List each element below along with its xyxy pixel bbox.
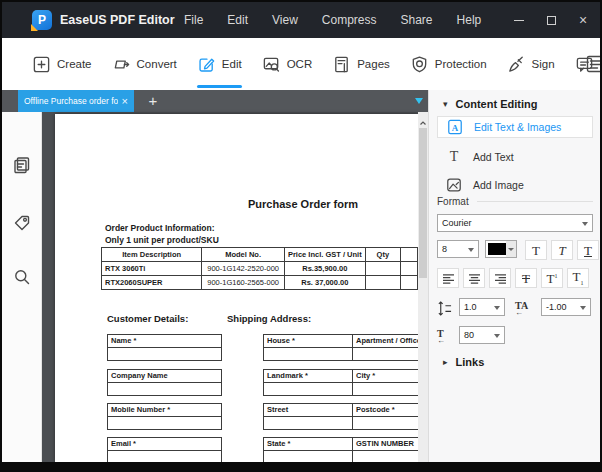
menu-edit[interactable]: Edit	[227, 13, 248, 27]
app-window: P EaseUS PDF Editor File Edit View Compr…	[0, 0, 602, 472]
create-button[interactable]: Create	[32, 38, 92, 90]
pages-button[interactable]: Pages	[332, 38, 390, 90]
edit-text-images-button[interactable]: A Edit Text & Images	[437, 116, 593, 138]
search-icon	[13, 268, 31, 286]
field-apartment-input[interactable]	[353, 348, 418, 360]
links-title: Links	[456, 356, 485, 368]
field-company: Company Name	[107, 369, 222, 396]
align-center-button[interactable]	[463, 268, 485, 288]
strikethrough-button[interactable]: T	[515, 268, 537, 288]
subscript-button[interactable]: T1	[567, 268, 589, 288]
minimize-button[interactable]	[510, 11, 528, 29]
document-intro: Order Product Information: Only 1 unit p…	[105, 222, 219, 246]
spacing-row: 1.0 TA← -1.00	[429, 298, 601, 318]
field-landmark-input[interactable]	[264, 383, 352, 395]
chevron-down-icon	[494, 306, 500, 310]
close-button[interactable]: ×	[574, 11, 592, 29]
pdf-page[interactable]: Purchase Order form Order Product Inform…	[55, 114, 418, 462]
tag-icon	[13, 214, 31, 232]
pages-icon	[332, 55, 351, 74]
cell-extra-1	[401, 276, 418, 290]
cell-item-0: RTX 3060Ti	[102, 262, 202, 276]
field-state-input[interactable]	[264, 451, 352, 462]
table-header-row: Item Description Model No. Price Incl. G…	[102, 248, 418, 262]
add-image-button[interactable]: Add Image	[437, 174, 593, 196]
horizontal-scale-select[interactable]: 80	[459, 326, 505, 344]
field-landmark-label: Landmark *	[264, 370, 352, 383]
document-tab-bar: Offline Purchase order for... × +	[2, 90, 428, 112]
align-left-button[interactable]	[437, 268, 459, 288]
align-right-button[interactable]	[489, 268, 511, 288]
char-spacing-select[interactable]: -1.00	[541, 298, 591, 316]
menu-share[interactable]: Share	[401, 13, 433, 27]
document-viewer: Purchase Order form Order Product Inform…	[2, 112, 428, 462]
field-postcode-input[interactable]	[353, 417, 418, 429]
field-email-input[interactable]	[108, 451, 221, 462]
field-gstin-label: GSTIN NUMBER	[353, 438, 418, 451]
ocr-icon	[262, 55, 281, 74]
content-editing-header[interactable]: ▾ Content Editing	[443, 98, 537, 110]
field-apartment-label: Apartment / Office	[353, 335, 418, 348]
font-family-value: Courier	[442, 218, 472, 228]
content-editing-title: Content Editing	[456, 98, 538, 110]
tab-list-dropdown-icon[interactable]	[415, 98, 423, 104]
line-spacing-value: 1.0	[464, 302, 477, 312]
cell-extra-0	[401, 262, 418, 276]
plus-square-icon	[32, 55, 51, 74]
field-house-input[interactable]	[264, 348, 352, 360]
menu-compress[interactable]: Compress	[322, 13, 377, 27]
document-scrollbar[interactable]	[418, 112, 428, 462]
search-panel-button[interactable]	[13, 268, 31, 286]
bookmarks-panel-button[interactable]	[13, 214, 31, 232]
app-title: EaseUS PDF Editor	[60, 13, 175, 27]
svg-text:A: A	[452, 123, 459, 133]
bold-button[interactable]: T	[525, 240, 547, 260]
field-name-input[interactable]	[108, 348, 221, 360]
maximize-button[interactable]	[542, 11, 560, 29]
menu-view[interactable]: View	[272, 13, 298, 27]
superscript-button[interactable]: T1	[541, 268, 563, 288]
app-logo-icon: P	[32, 10, 52, 30]
edit-tool-button[interactable]: Edit	[197, 38, 242, 90]
chevron-right-icon: ▸	[443, 357, 448, 367]
field-gstin-input[interactable]	[353, 451, 418, 462]
chevron-down-icon	[580, 306, 586, 310]
underline-button[interactable]: T	[577, 240, 599, 260]
main-toolbar: Create Convert Edit OCR Pages Protection	[2, 38, 600, 90]
field-mobile-input[interactable]	[108, 417, 221, 429]
field-mobile: Mobile Number *	[107, 403, 222, 430]
col-extra	[401, 248, 418, 262]
edit-text-images-icon: A	[446, 118, 464, 136]
font-color-picker[interactable]	[485, 240, 517, 258]
shipping-row-house: House * Apartment / Office	[263, 334, 418, 361]
color-swatch	[488, 243, 506, 255]
sign-button[interactable]: Sign	[507, 38, 555, 90]
field-city-input[interactable]	[353, 383, 418, 395]
more-tools-button[interactable]	[586, 54, 602, 74]
scrollbar-thumb[interactable]	[419, 128, 427, 278]
scroll-up-icon[interactable]	[418, 114, 428, 124]
add-text-button[interactable]: T Add Text	[437, 146, 593, 168]
font-family-select[interactable]: Courier	[437, 214, 593, 232]
col-price: Price Incl. GST / Unit	[284, 248, 365, 262]
field-street-input[interactable]	[264, 417, 352, 429]
links-section-header[interactable]: ▸ Links	[443, 356, 484, 368]
protection-button[interactable]: Protection	[410, 38, 487, 90]
cell-price-1: Rs. 37,000.00	[284, 276, 365, 290]
thumbnails-panel-button[interactable]	[13, 156, 31, 174]
menu-file[interactable]: File	[184, 13, 203, 27]
tab-close-icon[interactable]: ×	[122, 96, 128, 107]
font-size-select[interactable]: 8	[437, 240, 479, 258]
convert-button[interactable]: Convert	[112, 38, 177, 90]
field-state-label: State *	[264, 438, 352, 451]
active-document-tab[interactable]: Offline Purchase order for... ×	[18, 90, 134, 112]
new-tab-button[interactable]: +	[142, 90, 164, 112]
horizontal-scale-value: 80	[464, 330, 474, 340]
italic-button[interactable]: T	[551, 240, 573, 260]
line-spacing-select[interactable]: 1.0	[459, 298, 505, 316]
customer-details-heading: Customer Details:	[107, 313, 188, 324]
ocr-button[interactable]: OCR	[262, 38, 313, 90]
field-company-input[interactable]	[108, 383, 221, 395]
menu-help[interactable]: Help	[457, 13, 482, 27]
chevron-down-icon	[468, 248, 474, 252]
